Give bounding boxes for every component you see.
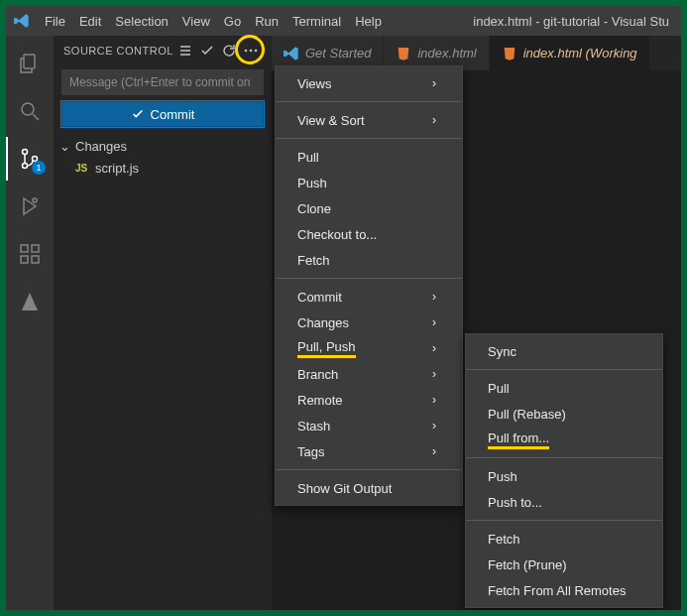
activity-source-control[interactable]: 1 [6, 137, 54, 181]
commit-message-input[interactable]: Message (Ctrl+Enter to commit on [61, 69, 264, 95]
svg-rect-6 [21, 245, 28, 252]
menu-item[interactable]: Pull, Push› [276, 335, 462, 361]
menu-file[interactable]: File [38, 14, 72, 29]
menu-item[interactable]: Checkout to... [276, 221, 462, 247]
commit-check-icon[interactable] [196, 40, 218, 62]
vscode-logo-icon [14, 13, 30, 29]
menu-item[interactable]: Push to... [466, 489, 662, 515]
vscode-icon [284, 46, 299, 62]
refresh-icon[interactable] [218, 40, 240, 62]
chevron-right-icon: › [432, 367, 436, 381]
title-bar: File Edit Selection View Go Run Terminal… [6, 6, 681, 36]
svg-point-5 [33, 198, 37, 202]
menu-item[interactable]: Pull from... [466, 427, 662, 452]
chevron-right-icon: › [432, 419, 436, 432]
menu-item[interactable]: Pull (Rebase) [466, 401, 662, 427]
activity-explorer[interactable] [6, 42, 54, 85]
menu-item[interactable]: Fetch [276, 247, 462, 273]
svg-point-3 [23, 164, 28, 169]
menu-item[interactable]: Tags› [276, 438, 462, 464]
sidebar-title: SOURCE CONTROL [63, 45, 174, 57]
menu-help[interactable]: Help [348, 14, 389, 29]
menu-item-label: Push to... [488, 495, 542, 510]
activity-azure[interactable] [6, 280, 54, 323]
menu-separator [276, 138, 462, 139]
view-as-tree-icon[interactable] [174, 40, 196, 62]
menu-item-label: Checkout to... [297, 227, 377, 242]
menu-item-label: Fetch (Prune) [488, 557, 566, 572]
menu-item[interactable]: Push [276, 170, 462, 195]
menu-edit[interactable]: Edit [72, 14, 108, 29]
menu-terminal[interactable]: Terminal [286, 14, 348, 29]
svg-point-2 [23, 150, 28, 155]
menu-item[interactable]: Remote› [276, 387, 462, 413]
debug-icon [18, 194, 42, 218]
activity-bar: 1 [6, 36, 54, 610]
menu-separator [466, 520, 662, 521]
menu-separator [276, 469, 462, 470]
source-control-sidebar: SOURCE CONTROL Message (Ctrl+Enter to co… [54, 36, 272, 610]
menu-item[interactable]: Commit› [276, 284, 462, 309]
menu-item-label: Changes [297, 315, 349, 330]
files-icon [18, 52, 42, 75]
menu-item[interactable]: Fetch [466, 526, 662, 552]
menu-view[interactable]: View [175, 14, 217, 29]
menu-item[interactable]: View & Sort› [276, 107, 462, 133]
menu-item-label: Pull [488, 381, 510, 396]
svg-point-12 [255, 50, 258, 53]
menu-item[interactable]: Branch› [276, 361, 462, 387]
html-file-icon [396, 46, 411, 62]
svg-point-11 [250, 50, 253, 53]
menu-item[interactable]: Sync [466, 338, 662, 364]
menu-item-label: Pull [297, 150, 319, 165]
menu-item-label: Push [488, 469, 517, 484]
chevron-right-icon: › [432, 444, 436, 458]
menu-item-label: Stash [297, 419, 330, 433]
svg-rect-7 [21, 256, 28, 263]
tab-index-html-working[interactable]: index.html (Working [490, 36, 650, 70]
menu-item[interactable]: Clone [276, 195, 462, 221]
activity-extensions[interactable] [6, 232, 54, 276]
menu-run[interactable]: Run [248, 14, 286, 29]
menu-item-label: Sync [488, 344, 516, 359]
menu-item[interactable]: Pull [466, 375, 662, 401]
menu-item-label: Fetch [488, 532, 520, 547]
activity-search[interactable] [6, 89, 54, 133]
menu-item-label: Clone [297, 201, 331, 216]
scm-badge: 1 [32, 161, 46, 175]
chevron-down-icon: ⌄ [57, 139, 71, 154]
menu-item-label: Tags [297, 444, 324, 459]
sidebar-header: SOURCE CONTROL [54, 36, 272, 65]
menu-go[interactable]: Go [217, 14, 248, 29]
menu-separator [276, 101, 462, 102]
chevron-right-icon: › [432, 290, 436, 304]
menu-item[interactable]: Show Git Output [276, 475, 462, 501]
pull-push-submenu: SyncPullPull (Rebase)Pull from...PushPus… [465, 333, 663, 608]
menu-item[interactable]: Fetch From All Remotes [466, 577, 662, 603]
window-title: index.html - git-tutorial - Visual Stu [473, 14, 673, 29]
menu-item-label: Show Git Output [297, 481, 392, 496]
commit-button[interactable]: Commit [61, 101, 264, 127]
tab-label: index.html (Working [523, 46, 637, 61]
js-file-icon: JS [75, 163, 91, 174]
menu-item[interactable]: Stash› [276, 413, 462, 438]
more-actions-icon[interactable] [240, 40, 262, 62]
menu-item[interactable]: Views› [276, 70, 462, 96]
azure-icon [18, 290, 42, 313]
html-file-icon [502, 46, 517, 62]
menu-item[interactable]: Push [466, 463, 662, 489]
menu-item-label: Pull (Rebase) [488, 407, 566, 422]
svg-rect-9 [32, 245, 39, 252]
chevron-right-icon: › [432, 113, 436, 127]
changed-file-row[interactable]: JS script.js [54, 157, 272, 179]
changes-section[interactable]: ⌄ Changes [54, 135, 272, 157]
chevron-right-icon: › [432, 341, 436, 355]
menu-selection[interactable]: Selection [108, 14, 174, 29]
activity-run-debug[interactable] [6, 185, 54, 228]
menu-item[interactable]: Fetch (Prune) [466, 552, 662, 577]
chevron-right-icon: › [432, 315, 436, 329]
menu-item[interactable]: Pull [276, 144, 462, 170]
menu-item-label: Pull from... [488, 431, 549, 449]
menu-item-label: Fetch From All Remotes [488, 583, 626, 598]
menu-item[interactable]: Changes› [276, 309, 462, 335]
